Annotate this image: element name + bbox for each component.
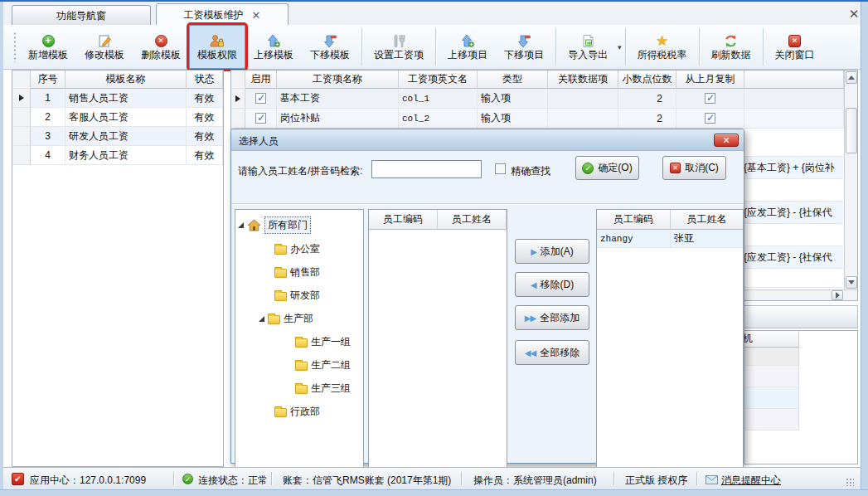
delete-template-button[interactable]: ✕ 删除模板 [133, 25, 189, 69]
column-header-name[interactable]: 员工姓名 [438, 210, 507, 230]
tree-node[interactable]: 研发部 [274, 287, 320, 304]
ok-button[interactable]: ✓ 确定(O) [575, 156, 639, 180]
column-header-name[interactable]: 模板名称 [65, 71, 187, 89]
expander-icon[interactable] [259, 316, 264, 322]
resize-grip[interactable] [846, 478, 854, 486]
template-permission-button[interactable]: 模板权限 [189, 25, 245, 69]
move-template-down-button[interactable]: 下移模板 [302, 25, 358, 69]
scroll-right-button[interactable] [832, 290, 843, 300]
toolbar: + 新增模板 修改模板 ✕ 删除模板 模板权限 上移模板 [3, 25, 861, 70]
background-panel-header [740, 305, 858, 328]
scroll-up-button[interactable] [846, 71, 857, 84]
cancel-icon: ✕ [670, 163, 681, 173]
refresh-data-button[interactable]: 刷新数据 [703, 25, 759, 69]
column-header-status[interactable]: 状态 [187, 71, 223, 89]
expander-icon[interactable] [238, 222, 244, 228]
close-window-button[interactable]: ✕ 关闭窗口 [767, 25, 823, 69]
column-header-item-name[interactable]: 工资项名称 [277, 71, 399, 89]
column-header-copy-last-month[interactable]: 从上月复制 [676, 71, 744, 89]
cancel-button[interactable]: ✕ 取消(C) [662, 156, 726, 180]
tree-node-root[interactable]: 所有部门 [238, 216, 311, 233]
column-header-type[interactable]: 类型 [478, 71, 548, 89]
income-tax-rate-button[interactable]: ★ 所得税税率 [629, 25, 696, 69]
add-all-button[interactable]: ▶▶全部添加 [515, 305, 589, 330]
move-item-down-button[interactable]: 下移项目 [496, 25, 552, 69]
dialog-close-button[interactable]: ✕ [714, 134, 739, 147]
folder-icon [295, 338, 308, 348]
account-set: 账套：信管飞RMS账套 (2017年第1期) [283, 474, 451, 488]
tree-node[interactable]: 生产二组 [295, 357, 351, 373]
tab-close-icon[interactable]: ✕ [252, 10, 261, 21]
dialog-title-bar[interactable]: 选择人员 ✕ [231, 129, 744, 151]
window-close-icon[interactable]: ✕ [846, 7, 862, 22]
tab-salary-template[interactable]: 工资模板维护 ✕ [156, 3, 289, 26]
move-item-up-button[interactable]: 上移项目 [439, 25, 496, 69]
column-header-enabled[interactable]: 启用 [245, 71, 277, 89]
operator: 操作员：系统管理员(admin) [473, 474, 597, 488]
dropdown-arrow-icon[interactable]: ▾ [618, 43, 622, 51]
toolbar-grip[interactable] [13, 32, 17, 62]
license-info: 正式版 授权序 [625, 474, 693, 488]
arrow-right-icon: ▶ [531, 247, 536, 256]
enabled-checkbox[interactable] [255, 93, 266, 104]
table-row [741, 409, 799, 430]
exact-search-label: 精确查找 [511, 164, 550, 178]
select-personnel-dialog: 选择人员 ✕ 请输入员工姓名/拼音码检索: 精确查找 ✓ 确定(O) ✕ 取消(… [230, 129, 744, 464]
connection-ok-icon: ✓ [182, 474, 193, 484]
formula-cell: {应发工资} - {社保代 [744, 246, 843, 269]
arrow-up-icon [265, 33, 282, 48]
folder-icon [274, 408, 287, 417]
app-center-status: 应用中心：127.0.0.1:7099 [30, 474, 146, 488]
column-header-code[interactable]: 员工编码 [597, 210, 671, 230]
edit-icon [96, 33, 113, 48]
scrollbar-thumb[interactable] [846, 108, 857, 153]
window-right-border [861, 2, 868, 496]
tree-node[interactable]: 行政部 [274, 403, 320, 420]
add-button[interactable]: ▶添加(A) [515, 239, 589, 264]
current-row-icon [19, 95, 24, 101]
set-salary-items-button[interactable]: 设置工资项 [366, 25, 432, 69]
column-header-code[interactable]: 员工编码 [369, 210, 438, 230]
arrow-down-icon [516, 33, 532, 48]
user-lock-icon [209, 33, 225, 48]
add-icon: + [40, 33, 56, 48]
edit-template-button[interactable]: 修改模板 [76, 25, 133, 69]
move-template-up-button[interactable]: 上移模板 [245, 25, 302, 69]
remove-button[interactable]: ◀移除(D) [515, 272, 589, 297]
table-row [741, 366, 799, 387]
copy-checkbox[interactable] [705, 113, 715, 124]
tree-node[interactable]: 生产一组 [295, 333, 351, 350]
column-header-en-name[interactable]: 工资项英文名 [399, 71, 478, 89]
message-center-link[interactable]: 消息提醒中心 [721, 474, 781, 488]
import-export-button[interactable]: 导入导出 [560, 25, 616, 69]
search-input[interactable] [371, 160, 482, 178]
vertical-scrollbar[interactable] [844, 71, 857, 289]
tree-node[interactable]: 办公室 [274, 241, 320, 257]
window-bottom-border [0, 489, 868, 496]
arrow-left-icon: ◀ [531, 280, 536, 289]
delete-icon: ✕ [153, 33, 169, 48]
dialog-body: 请输入员工姓名/拼音码检索: 精确查找 ✓ 确定(O) ✕ 取消(C) 所有部门 [231, 151, 744, 464]
table-row [741, 387, 799, 409]
add-template-button[interactable]: + 新增模板 [20, 25, 76, 69]
column-header-linked-data[interactable]: 关联数据项 [548, 71, 618, 89]
column-header-no[interactable]: 序号 [31, 71, 65, 89]
status-separator [461, 472, 462, 485]
copy-checkbox[interactable] [705, 93, 715, 104]
enabled-checkbox[interactable] [255, 113, 266, 124]
scroll-down-button[interactable] [846, 276, 857, 289]
status-separator [696, 472, 697, 485]
toolbar-separator [361, 28, 362, 66]
star-icon: ★ [654, 33, 671, 48]
tree-node[interactable]: 生产部 [259, 310, 313, 327]
column-header-name[interactable]: 员工姓名 [671, 210, 744, 230]
tools-icon [390, 33, 407, 48]
window-left-border [0, 2, 3, 496]
exact-search-checkbox[interactable] [495, 163, 506, 174]
tab-nav-window[interactable]: 功能导航窗 [12, 5, 151, 26]
folder-icon [274, 246, 287, 255]
tree-node[interactable]: 生产三组 [295, 380, 351, 396]
remove-all-button[interactable]: ◀◀全部移除 [515, 340, 589, 365]
tree-node[interactable]: 销售部 [274, 264, 320, 280]
column-header-decimals[interactable]: 小数点位数 [618, 71, 676, 89]
